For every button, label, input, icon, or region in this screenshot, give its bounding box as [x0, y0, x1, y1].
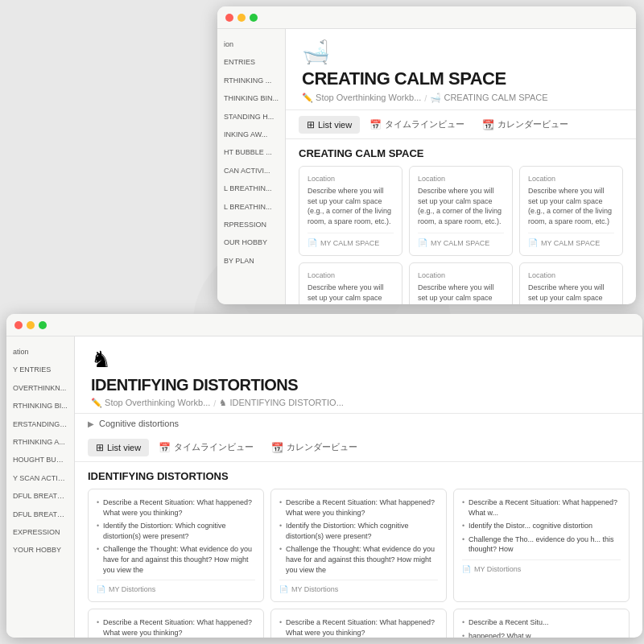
- card-desc-4: Describe where you will set up your calm…: [418, 283, 504, 304]
- sidebar-item-ion[interactable]: ion: [217, 35, 285, 53]
- sidebar-item-thinkingbin[interactable]: THINKING BIN...: [217, 89, 285, 107]
- distortion-item-4-0: Describe a Recent Situation: What happen…: [279, 617, 438, 638]
- card-desc-0: Describe where you will set up your calm…: [308, 186, 394, 226]
- tab-listview-top[interactable]: ⊞ List view: [299, 116, 360, 134]
- distortion-item-3-0: Describe a Recent Situation: What happen…: [97, 617, 255, 638]
- chrome-close[interactable]: [225, 14, 233, 22]
- sidebar-item-overthinkn[interactable]: OVERTHINKN...: [6, 379, 74, 397]
- page-icon-footer-0: 📄: [308, 238, 317, 247]
- sidebar-item-canactivi[interactable]: CAN ACTIVI...: [217, 162, 285, 180]
- calm-card-4: Location Describe where you will set up …: [409, 262, 513, 304]
- distortion-item-1-2: Challenge the Thought: What evidence do …: [279, 544, 438, 575]
- distortion-footer-icon-1: 📄: [279, 585, 288, 593]
- cards-grid-top: Location Describe where you will set up …: [299, 166, 623, 304]
- tab-calendar-label-top: カレンダービュー: [497, 118, 568, 130]
- sidebar-item-thoughtbubl[interactable]: HOUGHT BUBL...: [6, 451, 74, 469]
- sidebar-item-lbreathin2[interactable]: L BREATHIN...: [217, 198, 285, 216]
- distortion-item-0-2: Challenge the Thought: What evidence do …: [97, 544, 255, 575]
- tabs-bar-bottom: ⊞ List view 📅 タイムラインビュー 📆 カレンダービュー: [75, 433, 642, 462]
- distortion-footer-label-0: MY Distortions: [109, 585, 155, 593]
- sidebar-item-byplan[interactable]: BY PLAN: [217, 252, 285, 270]
- main-content-top: 🛁 CREATING CALM SPACE ✏️ Stop Overthinki…: [286, 29, 636, 304]
- sidebar-item-expression[interactable]: EXPRESSION: [6, 523, 74, 541]
- main-content-bottom: ♞ IDENTIFYING DISTORTIONS ✏️ Stop Overth…: [75, 336, 642, 638]
- card-label-2: Location: [528, 175, 614, 183]
- calm-card-0: Location Describe where you will set up …: [299, 166, 402, 256]
- calendar-icon-bottom: 📆: [271, 442, 283, 453]
- breadcrumb-top: ✏️ Stop Overthinking Workb... / 🛁 CREATI…: [302, 93, 620, 103]
- sidebar-item-ntries[interactable]: ENTRIES: [217, 53, 285, 71]
- page-header-top: 🛁 CREATING CALM SPACE ✏️ Stop Overthinki…: [286, 29, 636, 110]
- tab-calendar-top[interactable]: 📆 カレンダービュー: [474, 115, 576, 134]
- sidebar-item-standingh[interactable]: STANDING H...: [217, 108, 285, 126]
- sidebar-item-rthinkingbi[interactable]: RTHINKING BI...: [6, 397, 74, 415]
- tab-listview-label-top: List view: [318, 120, 352, 130]
- tab-listview-label-bottom: List view: [107, 443, 141, 452]
- card-label-0: Location: [308, 175, 394, 183]
- sidebar-bottom: ation Y ENTRIES OVERTHINKN... RTHINKING …: [6, 336, 75, 638]
- tab-calendar-bottom[interactable]: 📆 カレンダービュー: [263, 438, 365, 456]
- distortion-card-0: Describe a Recent Situation: What happen…: [88, 489, 264, 602]
- distortion-item-5-0: Describe a Recent Situ...: [462, 617, 621, 628]
- content-section-top: CREATING CALM SPACE Location Describe wh…: [286, 139, 636, 304]
- breadcrumb-bottom-part1: ✏️ Stop Overthinking Workb...: [91, 398, 210, 408]
- chrome-minimize[interactable]: [237, 14, 246, 22]
- sidebar-item-yscanactiv[interactable]: Y SCAN ACTIV...: [6, 469, 74, 487]
- distortion-card-1: Describe a Recent Situation: What happen…: [270, 489, 447, 602]
- card-desc-1: Describe where you will set up your calm…: [418, 186, 504, 226]
- sidebar-item-lbreathin1[interactable]: L BREATHIN...: [217, 180, 285, 197]
- calendar-icon-top: 📆: [482, 119, 494, 130]
- sidebar-item-rpression[interactable]: RPRESSION: [217, 216, 285, 233]
- breadcrumb-bottom: ✏️ Stop Overthinking Workb... / ♞ IDENTI…: [91, 398, 626, 408]
- distortion-footer-label-1: MY Distortions: [291, 585, 338, 593]
- listview-icon-top: ⊞: [307, 119, 315, 130]
- breadcrumb-sep1: /: [424, 93, 427, 103]
- sidebar-item-thinkingaw[interactable]: INKING AW...: [217, 126, 285, 143]
- distortion-footer-icon-2: 📄: [462, 565, 471, 573]
- tab-listview-bottom[interactable]: ⊞ List view: [88, 439, 149, 456]
- chrome-maximize-bottom[interactable]: [39, 321, 47, 329]
- sidebar-item-erstanding[interactable]: ERSTANDING ...: [6, 415, 74, 433]
- chrome-close-bottom[interactable]: [14, 321, 23, 329]
- page-icon-bathtub: 🛁: [302, 39, 620, 65]
- sidebar-item-dfulbreathi2[interactable]: DFUL BREATHI...: [6, 506, 74, 523]
- calm-card-1: Location Describe where you will set up …: [409, 166, 513, 256]
- toggle-label: Cognitive distortions: [99, 419, 179, 428]
- tab-timeline-label-top: タイムラインビュー: [385, 118, 464, 130]
- tab-timeline-bottom[interactable]: 📅 タイムラインビュー: [151, 438, 262, 456]
- breadcrumb-part1: ✏️ Stop Overthinking Workb...: [302, 93, 421, 103]
- distortion-footer-1: 📄 MY Distortions: [279, 580, 438, 593]
- sidebar-item-yourhobby[interactable]: YOUR HOBBY: [6, 541, 74, 559]
- window-chrome-top: [217, 6, 636, 29]
- page-icon-chess: ♞: [91, 346, 626, 373]
- timeline-icon-top: 📅: [369, 119, 382, 130]
- sidebar-item-overthinking[interactable]: RTHINKING ...: [217, 72, 285, 89]
- distortion-card-4: Describe a Recent Situation: What happen…: [270, 609, 447, 638]
- calm-card-2: Location Describe where you will set up …: [519, 166, 623, 256]
- card-label-5: Location: [528, 271, 614, 279]
- sidebar-item-rthinkinga[interactable]: RTHINKING A...: [6, 433, 74, 451]
- sidebar-item-dfulbreathi1[interactable]: DFUL BREATHI...: [6, 487, 74, 505]
- card-footer-0: 📄 MY CALM SPACE: [308, 233, 394, 247]
- sidebar-item-bubble[interactable]: HT BUBBLE ...: [217, 143, 285, 161]
- card-label-1: Location: [418, 175, 504, 183]
- breadcrumb-bottom-sep: /: [213, 398, 216, 408]
- card-label-4: Location: [418, 271, 504, 279]
- distortion-footer-2: 📄 MY Distortions: [462, 559, 621, 573]
- chrome-maximize[interactable]: [250, 14, 258, 22]
- sidebar-item-yentries[interactable]: Y ENTRIES: [6, 361, 74, 378]
- distortion-footer-label-2: MY Distortions: [474, 565, 521, 573]
- chrome-minimize-bottom[interactable]: [27, 321, 35, 329]
- page-title-bottom: IDENTIFYING DISTORTIONS: [91, 376, 626, 394]
- section-title-bottom: IDENTIFYING DISTORTIONS: [88, 470, 630, 482]
- toggle-cognitive-distortions[interactable]: ▶ Cognitive distortions: [75, 414, 642, 433]
- tabs-bar-top: ⊞ List view 📅 タイムラインビュー 📆 カレンダービュー: [286, 110, 636, 139]
- sidebar-item-ourhobby[interactable]: OUR HOBBY: [217, 233, 285, 251]
- distortion-item-0-1: Identify the Distortion: Which cognitive…: [97, 521, 255, 541]
- card-footer-label-1: MY CALM SPACE: [431, 239, 489, 247]
- sidebar-item-ation[interactable]: ation: [6, 343, 74, 361]
- card-footer-label-0: MY CALM SPACE: [320, 239, 379, 247]
- card-desc-3: Describe where you will set up your calm…: [308, 283, 394, 304]
- card-footer-2: 📄 MY CALM SPACE: [528, 233, 614, 247]
- tab-timeline-top[interactable]: 📅 タイムラインビュー: [361, 115, 473, 134]
